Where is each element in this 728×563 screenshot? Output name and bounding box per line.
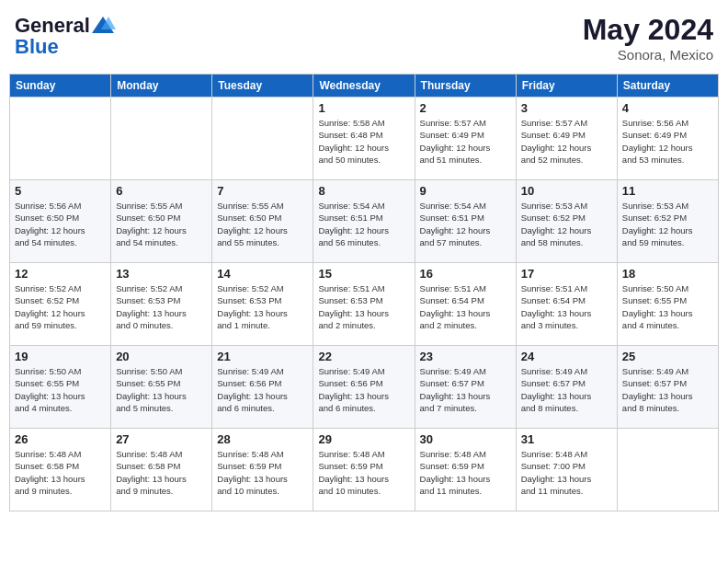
calendar-cell: 30Sunrise: 5:48 AM Sunset: 6:59 PM Dayli… bbox=[415, 429, 516, 511]
day-number: 10 bbox=[521, 184, 612, 198]
calendar-cell: 23Sunrise: 5:49 AM Sunset: 6:57 PM Dayli… bbox=[415, 346, 516, 429]
day-number: 31 bbox=[521, 432, 612, 446]
day-info: Sunrise: 5:52 AM Sunset: 6:53 PM Dayligh… bbox=[217, 282, 308, 331]
day-number: 23 bbox=[420, 350, 511, 363]
day-number: 15 bbox=[318, 267, 409, 281]
calendar-cell: 21Sunrise: 5:49 AM Sunset: 6:56 PM Dayli… bbox=[212, 346, 313, 429]
day-info: Sunrise: 5:53 AM Sunset: 6:52 PM Dayligh… bbox=[622, 200, 713, 248]
day-number: 26 bbox=[15, 432, 106, 446]
day-info: Sunrise: 5:49 AM Sunset: 6:57 PM Dayligh… bbox=[622, 365, 713, 414]
calendar-cell bbox=[111, 98, 212, 180]
logo-icon bbox=[90, 13, 116, 39]
calendar-cell: 6Sunrise: 5:55 AM Sunset: 6:50 PM Daylig… bbox=[111, 180, 212, 263]
calendar-cell: 31Sunrise: 5:48 AM Sunset: 7:00 PM Dayli… bbox=[516, 429, 617, 511]
calendar-cell: 3Sunrise: 5:57 AM Sunset: 6:49 PM Daylig… bbox=[516, 98, 617, 180]
day-info: Sunrise: 5:54 AM Sunset: 6:51 PM Dayligh… bbox=[420, 200, 511, 248]
day-number: 13 bbox=[116, 267, 207, 281]
day-number: 3 bbox=[521, 101, 612, 115]
calendar-cell bbox=[617, 429, 718, 511]
day-number: 27 bbox=[116, 432, 207, 446]
day-number: 21 bbox=[217, 350, 308, 363]
calendar-cell: 29Sunrise: 5:48 AM Sunset: 6:59 PM Dayli… bbox=[313, 429, 415, 511]
day-number: 17 bbox=[521, 267, 612, 281]
day-info: Sunrise: 5:48 AM Sunset: 6:58 PM Dayligh… bbox=[116, 448, 207, 497]
day-info: Sunrise: 5:55 AM Sunset: 6:50 PM Dayligh… bbox=[116, 200, 207, 248]
day-number: 22 bbox=[318, 350, 409, 363]
day-number: 25 bbox=[622, 350, 713, 363]
day-number: 20 bbox=[116, 350, 207, 363]
calendar-week-row: 12Sunrise: 5:52 AM Sunset: 6:52 PM Dayli… bbox=[10, 263, 719, 346]
calendar-cell: 24Sunrise: 5:49 AM Sunset: 6:57 PM Dayli… bbox=[516, 346, 617, 429]
day-info: Sunrise: 5:48 AM Sunset: 6:58 PM Dayligh… bbox=[15, 448, 106, 497]
day-number: 2 bbox=[420, 101, 511, 115]
day-number: 14 bbox=[217, 267, 308, 281]
calendar-cell: 5Sunrise: 5:56 AM Sunset: 6:50 PM Daylig… bbox=[10, 180, 111, 263]
calendar-cell: 28Sunrise: 5:48 AM Sunset: 6:59 PM Dayli… bbox=[212, 429, 313, 511]
col-header-tuesday: Tuesday bbox=[212, 75, 313, 98]
day-info: Sunrise: 5:54 AM Sunset: 6:51 PM Dayligh… bbox=[318, 200, 409, 248]
calendar-cell: 17Sunrise: 5:51 AM Sunset: 6:54 PM Dayli… bbox=[516, 263, 617, 346]
day-number: 6 bbox=[116, 184, 207, 198]
calendar-cell: 20Sunrise: 5:50 AM Sunset: 6:55 PM Dayli… bbox=[111, 346, 212, 429]
day-info: Sunrise: 5:52 AM Sunset: 6:53 PM Dayligh… bbox=[116, 282, 207, 331]
calendar-cell bbox=[10, 98, 111, 180]
calendar-cell: 26Sunrise: 5:48 AM Sunset: 6:58 PM Dayli… bbox=[10, 429, 111, 511]
day-number: 12 bbox=[15, 267, 106, 281]
calendar-cell: 18Sunrise: 5:50 AM Sunset: 6:55 PM Dayli… bbox=[617, 263, 718, 346]
day-info: Sunrise: 5:56 AM Sunset: 6:50 PM Dayligh… bbox=[15, 200, 106, 248]
col-header-thursday: Thursday bbox=[415, 75, 516, 98]
day-info: Sunrise: 5:49 AM Sunset: 6:57 PM Dayligh… bbox=[521, 365, 612, 414]
calendar-cell: 9Sunrise: 5:54 AM Sunset: 6:51 PM Daylig… bbox=[415, 180, 516, 263]
calendar-cell: 7Sunrise: 5:55 AM Sunset: 6:50 PM Daylig… bbox=[212, 180, 313, 263]
day-info: Sunrise: 5:50 AM Sunset: 6:55 PM Dayligh… bbox=[116, 365, 207, 414]
month-title: May 2024 bbox=[583, 13, 713, 47]
calendar-cell: 19Sunrise: 5:50 AM Sunset: 6:55 PM Dayli… bbox=[10, 346, 111, 429]
calendar-cell: 25Sunrise: 5:49 AM Sunset: 6:57 PM Dayli… bbox=[617, 346, 718, 429]
day-info: Sunrise: 5:56 AM Sunset: 6:49 PM Dayligh… bbox=[622, 117, 713, 166]
day-info: Sunrise: 5:51 AM Sunset: 6:53 PM Dayligh… bbox=[318, 282, 409, 331]
day-number: 4 bbox=[622, 101, 713, 115]
calendar-cell: 14Sunrise: 5:52 AM Sunset: 6:53 PM Dayli… bbox=[212, 263, 313, 346]
calendar-cell: 22Sunrise: 5:49 AM Sunset: 6:56 PM Dayli… bbox=[313, 346, 415, 429]
location: Sonora, Mexico bbox=[583, 47, 713, 63]
calendar-cell: 27Sunrise: 5:48 AM Sunset: 6:58 PM Dayli… bbox=[111, 429, 212, 511]
day-info: Sunrise: 5:51 AM Sunset: 6:54 PM Dayligh… bbox=[521, 282, 612, 331]
col-header-saturday: Saturday bbox=[617, 75, 718, 98]
day-number: 11 bbox=[622, 184, 713, 198]
day-info: Sunrise: 5:50 AM Sunset: 6:55 PM Dayligh… bbox=[622, 282, 713, 331]
title-block: May 2024 Sonora, Mexico bbox=[583, 13, 713, 63]
day-number: 24 bbox=[521, 350, 612, 363]
day-info: Sunrise: 5:48 AM Sunset: 6:59 PM Dayligh… bbox=[420, 448, 511, 497]
day-number: 9 bbox=[420, 184, 511, 198]
day-number: 7 bbox=[217, 184, 308, 198]
calendar-cell: 11Sunrise: 5:53 AM Sunset: 6:52 PM Dayli… bbox=[617, 180, 718, 263]
calendar-cell: 8Sunrise: 5:54 AM Sunset: 6:51 PM Daylig… bbox=[313, 180, 415, 263]
day-info: Sunrise: 5:57 AM Sunset: 6:49 PM Dayligh… bbox=[420, 117, 511, 166]
day-number: 1 bbox=[318, 101, 409, 115]
day-info: Sunrise: 5:50 AM Sunset: 6:55 PM Dayligh… bbox=[15, 365, 106, 414]
day-info: Sunrise: 5:52 AM Sunset: 6:52 PM Dayligh… bbox=[15, 282, 106, 331]
calendar-table: SundayMondayTuesdayWednesdayThursdayFrid… bbox=[9, 74, 719, 511]
day-info: Sunrise: 5:51 AM Sunset: 6:54 PM Dayligh… bbox=[420, 282, 511, 331]
day-number: 16 bbox=[420, 267, 511, 281]
day-info: Sunrise: 5:48 AM Sunset: 6:59 PM Dayligh… bbox=[318, 448, 409, 497]
day-info: Sunrise: 5:48 AM Sunset: 7:00 PM Dayligh… bbox=[521, 448, 612, 497]
day-info: Sunrise: 5:48 AM Sunset: 6:59 PM Dayligh… bbox=[217, 448, 308, 497]
calendar-week-row: 19Sunrise: 5:50 AM Sunset: 6:55 PM Dayli… bbox=[10, 346, 719, 429]
calendar-cell: 13Sunrise: 5:52 AM Sunset: 6:53 PM Dayli… bbox=[111, 263, 212, 346]
calendar-cell: 15Sunrise: 5:51 AM Sunset: 6:53 PM Dayli… bbox=[313, 263, 415, 346]
day-number: 5 bbox=[15, 184, 106, 198]
calendar-cell bbox=[212, 98, 313, 180]
calendar-cell: 4Sunrise: 5:56 AM Sunset: 6:49 PM Daylig… bbox=[617, 98, 718, 180]
calendar-header-row: SundayMondayTuesdayWednesdayThursdayFrid… bbox=[10, 75, 719, 98]
day-info: Sunrise: 5:49 AM Sunset: 6:56 PM Dayligh… bbox=[318, 365, 409, 414]
col-header-sunday: Sunday bbox=[10, 75, 111, 98]
day-info: Sunrise: 5:58 AM Sunset: 6:48 PM Dayligh… bbox=[318, 117, 409, 166]
calendar-cell: 10Sunrise: 5:53 AM Sunset: 6:52 PM Dayli… bbox=[516, 180, 617, 263]
calendar-cell: 1Sunrise: 5:58 AM Sunset: 6:48 PM Daylig… bbox=[313, 98, 415, 180]
day-number: 29 bbox=[318, 432, 409, 446]
day-info: Sunrise: 5:57 AM Sunset: 6:49 PM Dayligh… bbox=[521, 117, 612, 166]
day-number: 30 bbox=[420, 432, 511, 446]
calendar-cell: 2Sunrise: 5:57 AM Sunset: 6:49 PM Daylig… bbox=[415, 98, 516, 180]
calendar-week-row: 5Sunrise: 5:56 AM Sunset: 6:50 PM Daylig… bbox=[10, 180, 719, 263]
